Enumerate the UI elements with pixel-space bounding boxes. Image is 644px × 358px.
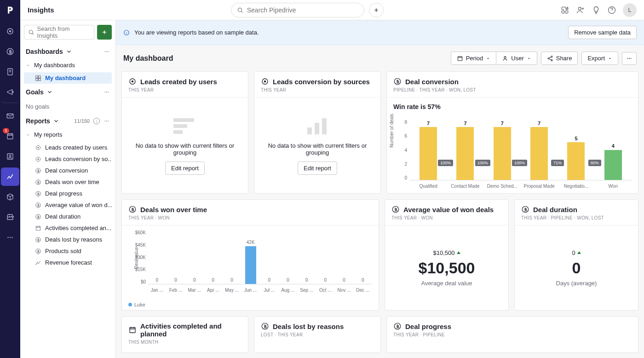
card-activities[interactable]: Activities completed and planned THIS MO…	[121, 316, 248, 353]
quick-add-button[interactable]	[369, 3, 384, 17]
report-item[interactable]: Average value of won d...	[24, 199, 112, 211]
dollar-icon	[521, 205, 529, 214]
rail-marketplace[interactable]	[1, 208, 19, 226]
svg-point-17	[108, 51, 109, 52]
user-button[interactable]: User	[496, 52, 537, 65]
svg-rect-55	[173, 130, 183, 134]
svg-point-22	[105, 92, 106, 92]
dashboard-more-button[interactable]	[622, 52, 637, 65]
add-button[interactable]	[97, 25, 112, 40]
card-lost-reasons[interactable]: Deals lost by reasons LOST · THIS YEAR	[254, 316, 381, 353]
svg-point-26	[106, 121, 107, 121]
sidebar-search[interactable]: Search from Insights	[24, 25, 94, 40]
rail-more[interactable]	[1, 228, 19, 247]
global-search[interactable]: Search Pipedrive	[231, 3, 364, 17]
more-icon[interactable]	[104, 89, 110, 95]
trend-up-icon	[577, 251, 581, 254]
my-dashboard-item[interactable]: My dashboard	[24, 72, 112, 84]
report-item[interactable]: Leads conversion by so...	[24, 153, 112, 165]
my-dashboards-node[interactable]: My dashboards	[24, 60, 112, 70]
report-item[interactable]: Deal duration	[24, 211, 112, 222]
no-goals: No goals	[24, 100, 112, 113]
insights-sidebar: Search from Insights Dashboards My dashb…	[20, 20, 116, 358]
card-duration[interactable]: Deal duration THIS YEAR · PIPELINE · WON…	[514, 199, 638, 311]
rail-insights[interactable]	[1, 167, 19, 186]
rail-mail[interactable]	[1, 107, 19, 125]
edit-report-button[interactable]: Edit report	[165, 162, 205, 175]
monthly-chart: Deal value $60K$45K$30K$15K$0 0000042K00…	[148, 230, 372, 294]
svg-point-27	[108, 121, 109, 121]
calendar-icon	[457, 55, 463, 62]
report-item[interactable]: Deals lost by reasons	[24, 234, 112, 245]
svg-rect-59	[315, 123, 319, 134]
remove-sample-button[interactable]: Remove sample data	[568, 26, 637, 39]
rail-projects[interactable]	[1, 63, 19, 81]
bulb-icon[interactable]	[592, 6, 601, 15]
reports-section[interactable]: Reports 11/150i	[24, 115, 112, 127]
my-reports-node[interactable]: My reports	[24, 129, 112, 140]
svg-rect-19	[39, 75, 41, 78]
svg-point-44	[504, 56, 506, 58]
svg-rect-65	[130, 328, 135, 333]
chevron-down-icon	[46, 89, 53, 95]
user-icon	[502, 55, 508, 62]
rail-leads[interactable]	[1, 22, 19, 40]
chart-legend: Luke	[122, 299, 379, 310]
card-deal-conversion[interactable]: Deal conversion PIPELINE · THIS YEAR · W…	[386, 71, 638, 194]
report-item[interactable]: Products sold	[24, 245, 112, 257]
share-button[interactable]: Share	[541, 52, 578, 65]
dashboards-section[interactable]: Dashboards	[24, 45, 112, 58]
dollar-icon	[391, 205, 400, 214]
info-icon[interactable]: i	[93, 118, 100, 124]
report-item[interactable]: Revenue forecast	[24, 257, 112, 268]
svg-rect-5	[7, 134, 13, 139]
report-item[interactable]: Leads created by users	[24, 142, 112, 153]
svg-rect-37	[36, 226, 40, 230]
sample-data-notice: You are viewing reports based on sample …	[116, 20, 644, 45]
rail-activities[interactable]: 5	[1, 127, 19, 145]
svg-point-15	[105, 51, 106, 52]
nav-rail: 5	[0, 0, 20, 358]
svg-point-48	[627, 58, 628, 59]
rail-products[interactable]	[1, 188, 19, 206]
rail-contacts[interactable]	[1, 147, 19, 166]
dashboard-title: My dashboard	[123, 54, 173, 63]
svg-rect-58	[307, 127, 312, 134]
export-button[interactable]: Export	[581, 52, 618, 65]
search-icon	[237, 7, 243, 13]
svg-point-25	[105, 121, 106, 121]
svg-rect-54	[173, 124, 187, 128]
svg-rect-20	[36, 78, 38, 81]
svg-point-49	[629, 58, 630, 59]
kpi-value: $10,500	[419, 259, 475, 277]
rail-campaigns[interactable]	[1, 83, 19, 103]
goals-section[interactable]: Goals	[24, 86, 112, 98]
svg-point-52	[132, 81, 133, 82]
rail-deals[interactable]	[1, 42, 19, 61]
period-button[interactable]: Period	[451, 52, 497, 65]
report-item[interactable]: Deal progress	[24, 188, 112, 199]
card-leads-sources[interactable]: Leads conversion by sources THIS YEAR No…	[254, 71, 381, 194]
dollar-icon	[261, 322, 269, 330]
dollar-icon	[393, 322, 402, 330]
card-deal-progress[interactable]: Deal progress THIS YEAR · PIPELINE	[386, 316, 638, 353]
svg-point-16	[106, 51, 107, 52]
card-avg-value[interactable]: Average value of won deals THIS YEAR · W…	[385, 199, 509, 311]
report-item[interactable]: Activities completed an...	[24, 222, 112, 234]
svg-point-29	[38, 147, 39, 148]
card-won-over-time[interactable]: Deals won over time THIS YEAR · WON Deal…	[121, 199, 379, 311]
svg-point-11	[238, 8, 242, 12]
topbar: Insights Search Pipedrive L	[20, 0, 644, 20]
more-icon[interactable]	[104, 118, 110, 124]
more-icon[interactable]	[104, 48, 110, 55]
search-icon	[28, 29, 34, 35]
puzzle-icon[interactable]	[560, 6, 569, 15]
edit-report-button[interactable]: Edit report	[298, 162, 337, 175]
report-item[interactable]: Deals won over time	[24, 176, 112, 188]
report-item[interactable]: Deal conversion	[24, 165, 112, 176]
invite-icon[interactable]	[576, 6, 585, 15]
help-icon[interactable]	[607, 6, 616, 15]
calendar-icon	[128, 326, 137, 334]
card-leads-users[interactable]: Leads created by users THIS YEAR No data…	[121, 71, 248, 194]
avatar[interactable]: L	[623, 3, 637, 17]
